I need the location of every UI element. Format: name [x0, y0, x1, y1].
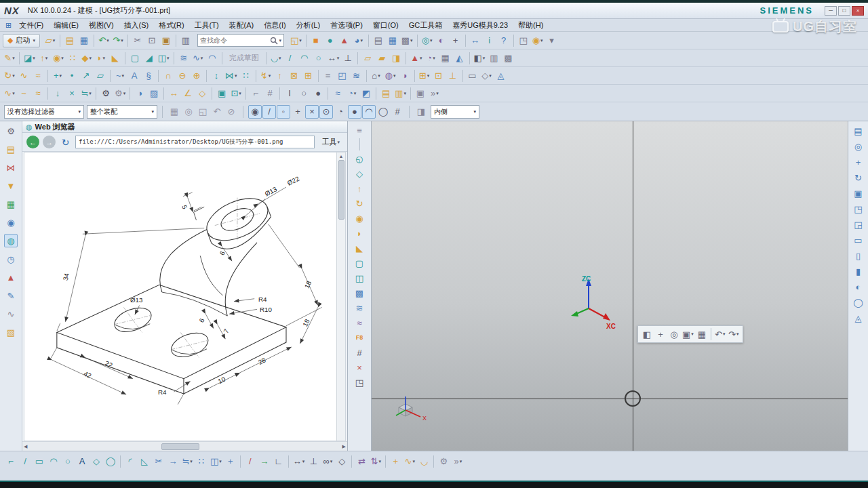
offset-sketch-icon[interactable]: ≒▾ — [180, 455, 194, 468]
expressions-icon[interactable]: = — [321, 69, 335, 83]
annotation-icon[interactable]: I — [283, 87, 296, 100]
draft-icon[interactable]: ◢ — [142, 52, 156, 65]
point-icon[interactable]: • — [65, 69, 79, 83]
customize-menu-icon[interactable]: ▾ — [545, 34, 559, 47]
address-bar-input[interactable] — [75, 136, 315, 148]
utilities-icon[interactable]: ⚙▾ — [113, 87, 127, 100]
snap-control-point-icon[interactable]: + — [291, 105, 304, 119]
object-display-icon[interactable]: ▨ — [147, 87, 161, 100]
layout-grid-icon[interactable]: # — [353, 346, 366, 359]
measure-body-icon[interactable]: ◇ — [195, 87, 209, 100]
constraint-navigator-icon[interactable]: ⋈ — [4, 161, 18, 174]
browser-vertical-scrollbar[interactable]: ▲ — [336, 152, 345, 441]
add-component-icon[interactable]: ⊞▾ — [418, 69, 431, 83]
extrude-mini-icon[interactable]: ↑ — [353, 182, 366, 195]
quick-extend-icon[interactable]: → — [258, 455, 271, 468]
assembly-navigator-icon[interactable]: ▤ — [4, 142, 18, 156]
fit-curve-icon[interactable]: ~ — [17, 87, 31, 100]
pattern-curve-icon[interactable]: ∷ — [195, 455, 208, 468]
web-browser-icon[interactable]: ◍ — [4, 234, 18, 247]
rapid-dimension2-icon[interactable]: ↔▾ — [292, 455, 307, 468]
cone-primitive-icon[interactable]: ▲ — [338, 34, 351, 47]
show-hide-icon[interactable]: ◎▾ — [420, 34, 434, 47]
render-style-icon[interactable]: ◍▾ — [384, 69, 397, 83]
snap-quadrant-icon[interactable]: ◔ — [334, 105, 347, 119]
roles-gear-icon[interactable]: ⚙ — [4, 124, 18, 138]
browser-horizontal-scrollbar[interactable]: ◀ ▶ — [22, 441, 347, 451]
selection-scope-select[interactable]: 整个装配▾ — [87, 105, 157, 119]
finish-sketch-button[interactable]: 完成草图 — [225, 52, 263, 65]
select-type-icon[interactable]: ▦ — [167, 105, 181, 119]
replace-face-icon[interactable]: ◨ — [389, 52, 403, 65]
sketch-point-icon[interactable]: + — [389, 455, 402, 468]
general-selection-icon[interactable]: ◎ — [182, 105, 195, 119]
mini-undo-icon[interactable]: ↶▾ — [713, 327, 727, 341]
datum-csys-icon[interactable]: +▾ — [51, 69, 64, 83]
forward-button[interactable]: → — [43, 136, 56, 148]
point-reference-icon[interactable]: ● — [311, 87, 325, 100]
menu-item[interactable]: 信息(I) — [259, 19, 290, 32]
roles-panel-icon[interactable]: ▧ — [4, 325, 18, 339]
scroll-left-icon[interactable]: ◀ — [24, 444, 27, 449]
datum-axis-icon[interactable]: ↗ — [79, 69, 93, 83]
cylinder-primitive-icon[interactable]: ● — [323, 34, 337, 47]
perspective-icon[interactable]: ◬ — [852, 311, 865, 325]
reuse-library-icon[interactable]: ▤ — [379, 87, 393, 100]
polygon-icon[interactable]: ◇ — [90, 455, 103, 468]
true-shading-icon[interactable]: ◑ — [398, 69, 412, 83]
object-info-icon[interactable]: i — [483, 34, 496, 47]
mesh-surface-icon[interactable]: ▦ — [439, 52, 452, 65]
front-view-icon[interactable]: ▯ — [852, 249, 865, 262]
orient-view-icon[interactable]: ◳ — [353, 375, 366, 389]
pattern-feature-icon[interactable]: ∷ — [66, 52, 79, 65]
mini-fit-icon[interactable]: ▣▾ — [681, 327, 695, 341]
rotate-view-icon[interactable]: ↻ — [852, 171, 865, 184]
rectangle-icon[interactable]: ▭ — [33, 455, 46, 468]
sweep-guide-icon[interactable]: ∿ — [17, 69, 31, 83]
line-icon[interactable]: / — [18, 455, 32, 468]
history-icon[interactable]: ◷ — [4, 252, 18, 266]
previous-selection-icon[interactable]: ↶ — [210, 105, 224, 119]
mini-zoom-icon[interactable]: ◎ — [667, 327, 681, 341]
save-icon[interactable]: ▦ — [77, 34, 91, 47]
bounding-body-icon[interactable]: ▣ — [215, 87, 229, 100]
sew-mini-icon[interactable]: ≋ — [353, 301, 366, 314]
patch-mini-icon[interactable]: ▩ — [353, 286, 366, 300]
view-section-icon[interactable]: ◧▾ — [473, 52, 487, 65]
pattern-geometry-icon[interactable]: ∷ — [239, 69, 253, 83]
boolean-unite-icon[interactable]: ◆▾ — [80, 52, 94, 65]
mini-redo-icon[interactable]: ↷▾ — [727, 327, 741, 341]
through-curves-icon[interactable]: ≋ — [177, 52, 191, 65]
curvature-analysis-icon[interactable]: ◭ — [453, 52, 467, 65]
show-constraints-icon[interactable]: ◇ — [335, 455, 349, 468]
draft-analysis-icon[interactable]: ◩ — [359, 87, 373, 100]
rapid-dimension-icon[interactable]: ↔▾ — [326, 52, 341, 65]
chamfer-sketch-icon[interactable]: ◺ — [138, 455, 151, 468]
circle-reference-icon[interactable]: ○ — [297, 87, 311, 100]
menu-item[interactable]: 工具(T) — [190, 19, 224, 32]
window-tile-icon[interactable]: ▩ — [501, 52, 515, 65]
extrude-icon[interactable]: ↑▾ — [37, 52, 51, 65]
shaded-mode-icon[interactable]: ◐ — [852, 280, 865, 293]
part-modules-icon[interactable]: ◰ — [336, 69, 349, 83]
studio-spline-icon[interactable]: ∿▾ — [3, 87, 16, 100]
toolbar-options-icon[interactable]: »▾ — [428, 87, 441, 100]
snap-point-on-face-icon[interactable]: ◯ — [376, 105, 390, 119]
chamfer-mini-icon[interactable]: ◣ — [353, 241, 366, 255]
selection-filter-select[interactable]: 没有选择过滤器▾ — [4, 105, 84, 119]
extract-body-icon[interactable]: ⊡▾ — [229, 87, 243, 100]
snap-existing-point-icon[interactable]: ● — [348, 105, 361, 119]
resize-face-icon[interactable]: ⊞ — [302, 69, 315, 83]
move-object-icon[interactable]: + — [449, 34, 462, 47]
touch-mode-icon[interactable]: ◱▾ — [289, 34, 303, 47]
menu-item[interactable]: 分析(L) — [292, 19, 325, 32]
mini-cube-icon[interactable]: ◧ — [640, 327, 654, 341]
app-menu-icon[interactable]: ⊞ — [5, 21, 12, 30]
scale-body-icon[interactable]: ↕ — [210, 69, 223, 83]
menu-item[interactable]: 帮助(H) — [513, 19, 548, 32]
text-curve-icon[interactable]: A — [127, 69, 141, 83]
subtract-icon[interactable]: ⊖ — [176, 69, 189, 83]
more-shape-icon[interactable]: ▲▾ — [409, 52, 423, 65]
tube-icon[interactable]: ◠ — [205, 52, 219, 65]
gear-icon[interactable]: ⚙ — [99, 87, 113, 100]
